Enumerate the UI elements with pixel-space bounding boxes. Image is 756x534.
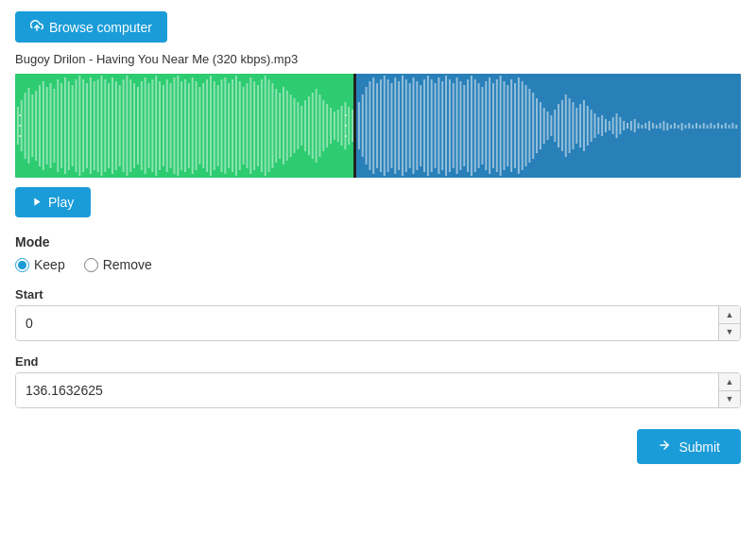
svg-rect-15 [68,81,70,170]
end-decrement-button[interactable]: ▼ [719,390,740,407]
svg-rect-143 [536,98,538,153]
svg-rect-17 [76,79,77,172]
svg-rect-186 [692,125,694,129]
svg-rect-99 [376,83,378,168]
svg-rect-140 [525,85,527,166]
svg-rect-116 [438,78,439,174]
svg-rect-130 [489,78,490,174]
waveform-container [15,74,741,178]
right-drag-handle[interactable] [345,112,351,140]
mode-keep-option[interactable]: Keep [15,257,65,272]
end-section: End ▲ ▼ [15,354,741,408]
svg-marker-199 [34,198,40,205]
svg-rect-171 [638,123,640,129]
play-icon [32,195,43,210]
svg-rect-25 [104,79,106,172]
end-input-wrapper: ▲ ▼ [15,372,741,408]
svg-rect-83 [316,89,318,163]
mode-remove-radio[interactable] [84,258,98,272]
svg-rect-142 [532,93,534,159]
svg-rect-161 [601,115,603,136]
svg-rect-100 [380,79,382,172]
svg-rect-67 [257,85,259,166]
end-spinner: ▲ ▼ [718,373,740,407]
svg-rect-149 [558,104,559,147]
svg-rect-90 [341,106,343,146]
svg-rect-167 [623,121,625,130]
svg-rect-78 [297,102,299,149]
svg-rect-60 [232,79,233,172]
svg-rect-115 [435,83,437,168]
svg-rect-155 [579,104,581,147]
svg-rect-185 [688,123,690,129]
start-label: Start [15,287,741,301]
svg-rect-14 [64,78,66,174]
svg-rect-181 [674,123,676,129]
svg-rect-151 [565,95,567,157]
waveform-unselected-region [356,74,741,178]
svg-rect-35 [141,81,143,170]
mode-label: Mode [15,234,741,250]
svg-rect-80 [304,100,306,151]
svg-rect-147 [550,115,552,136]
svg-rect-13 [60,83,62,168]
svg-rect-144 [540,102,541,149]
mode-radio-group: Keep Remove [15,257,741,272]
left-drag-handle[interactable] [19,112,25,140]
svg-rect-109 [412,78,414,174]
svg-rect-106 [402,76,404,176]
start-spinner: ▲ ▼ [718,306,740,340]
start-section: Start ▲ ▼ [15,287,741,341]
start-input[interactable] [16,306,718,340]
svg-rect-148 [554,110,556,142]
svg-rect-157 [587,106,589,146]
file-name-display: Bugoy Drilon - Having You Near Me (320 k… [15,52,741,66]
svg-rect-81 [308,96,310,155]
svg-rect-62 [239,81,241,170]
bottom-row: Submit [15,422,741,464]
submit-button[interactable]: Submit [637,429,741,464]
svg-rect-101 [384,76,386,176]
svg-rect-194 [721,125,723,129]
svg-rect-179 [666,123,668,130]
browse-computer-button[interactable]: Browse computer [15,11,167,43]
svg-rect-102 [387,79,389,172]
mode-keep-radio[interactable] [15,258,29,272]
svg-rect-85 [322,100,324,151]
start-input-wrapper: ▲ ▼ [15,305,741,341]
waveform-selected-region[interactable] [15,74,356,178]
play-button[interactable]: Play [15,187,91,217]
svg-rect-104 [394,78,396,174]
svg-rect-111 [420,85,421,166]
svg-rect-61 [235,76,237,176]
svg-rect-28 [115,81,117,170]
svg-rect-86 [326,104,328,147]
end-input[interactable] [16,373,718,407]
start-increment-button[interactable]: ▲ [719,306,740,323]
arrow-right-icon [658,439,671,455]
svg-rect-89 [337,110,339,142]
svg-rect-8 [43,81,44,170]
svg-rect-63 [243,87,245,164]
svg-rect-136 [510,79,512,172]
svg-rect-196 [729,125,730,129]
svg-rect-82 [312,93,314,159]
svg-rect-138 [518,78,520,174]
svg-rect-158 [591,110,593,142]
mode-remove-option[interactable]: Remove [84,257,152,272]
svg-rect-162 [605,119,607,132]
svg-rect-133 [500,76,502,176]
svg-rect-168 [627,123,628,129]
svg-rect-163 [609,121,610,130]
svg-rect-193 [717,123,719,129]
start-decrement-button[interactable]: ▼ [719,323,740,340]
svg-rect-36 [145,78,146,174]
svg-rect-56 [217,85,219,166]
waveform-unselected-svg [356,74,741,178]
end-increment-button[interactable]: ▲ [719,373,740,390]
submit-button-label: Submit [679,439,720,455]
svg-rect-65 [249,78,251,174]
svg-rect-19 [82,79,84,172]
svg-rect-189 [703,123,705,129]
svg-rect-146 [547,112,549,140]
